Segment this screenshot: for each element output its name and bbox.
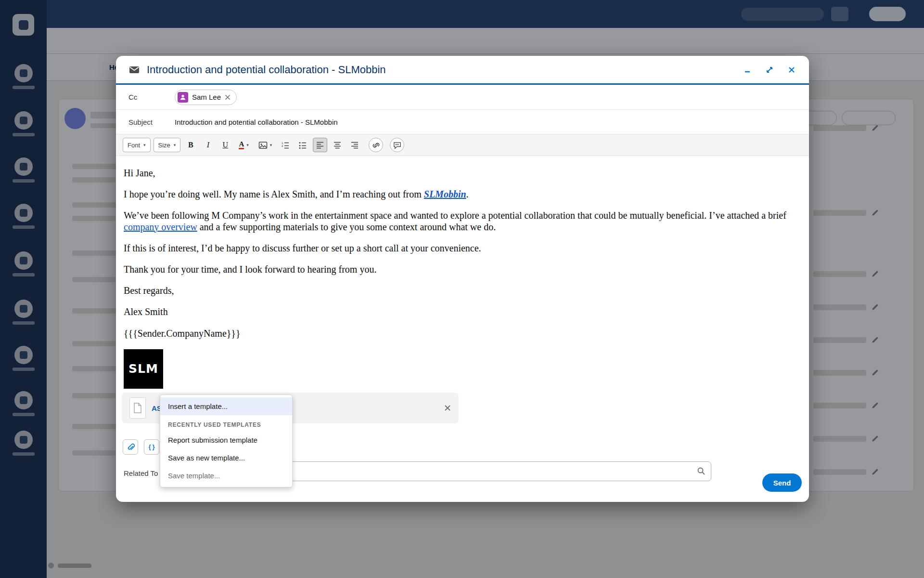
text-color-letter: A bbox=[239, 141, 244, 150]
email-body-editor[interactable]: Hi Jane, I hope you’re doing well. My na… bbox=[116, 156, 809, 389]
menu-item-insert-template[interactable]: Insert a template... bbox=[160, 397, 292, 415]
numbered-list-button[interactable]: 12 bbox=[278, 138, 293, 152]
email-paragraph: Best regards, bbox=[124, 285, 801, 296]
bullet-list-icon bbox=[298, 141, 307, 149]
align-center-icon bbox=[333, 141, 342, 149]
modal-header: Introduction and potential collaboration… bbox=[116, 56, 809, 85]
merge-field-token: {{{Sender.CompanyName}}} bbox=[124, 328, 241, 339]
merge-field-button[interactable]: { } bbox=[144, 439, 159, 455]
email-envelope-icon bbox=[128, 64, 140, 76]
underline-button[interactable]: U bbox=[218, 138, 232, 152]
insert-quote-button[interactable] bbox=[390, 138, 404, 152]
cc-row: Cc Sam Lee bbox=[116, 85, 809, 110]
slmobbin-link[interactable]: SLMobbin bbox=[424, 189, 466, 199]
company-logo-text: SLM bbox=[128, 362, 158, 376]
subject-value[interactable]: Introduction and potential collaboration… bbox=[175, 118, 338, 126]
menu-item-save-as-new-template[interactable]: Save as new template... bbox=[160, 449, 292, 467]
size-dropdown[interactable]: Size▾ bbox=[154, 138, 181, 152]
email-paragraph: Alex Smith bbox=[124, 306, 801, 317]
recipient-pill[interactable]: Sam Lee bbox=[175, 90, 237, 105]
chevron-down-icon: ▾ bbox=[174, 143, 176, 147]
attachment-thumbnail bbox=[129, 397, 146, 419]
align-right-icon bbox=[350, 141, 359, 149]
minimize-icon[interactable] bbox=[743, 65, 752, 75]
bullet-list-button[interactable] bbox=[295, 138, 310, 152]
quote-icon bbox=[393, 141, 401, 149]
size-dropdown-label: Size bbox=[158, 142, 170, 149]
align-left-icon bbox=[316, 141, 324, 149]
body-text: We’ve been following M Company’s work in… bbox=[124, 210, 786, 221]
email-paragraph: If this is of interest, I’d be happy to … bbox=[124, 243, 801, 254]
attachment-remove-icon[interactable] bbox=[444, 405, 451, 411]
font-dropdown-label: Font bbox=[128, 142, 140, 149]
body-text: Best regards, bbox=[124, 285, 174, 296]
bold-button[interactable]: B bbox=[183, 138, 198, 152]
align-left-button[interactable] bbox=[313, 138, 327, 152]
body-text: If this is of interest, I’d be happy to … bbox=[124, 243, 481, 253]
related-to-label: Related To bbox=[124, 469, 158, 477]
chevron-down-icon: ▾ bbox=[246, 143, 249, 147]
restore-size-icon[interactable] bbox=[765, 65, 774, 75]
search-icon bbox=[697, 467, 706, 475]
image-icon bbox=[258, 141, 268, 149]
chevron-down-icon: ▾ bbox=[270, 143, 272, 147]
font-dropdown[interactable]: Font▾ bbox=[123, 138, 151, 152]
paperclip-icon bbox=[126, 443, 135, 451]
email-paragraph: Thank you for your time, and I look forw… bbox=[124, 264, 801, 275]
subject-label: Subject bbox=[128, 118, 175, 126]
modal-title: Introduction and potential collaboration… bbox=[147, 64, 386, 76]
email-paragraph: Hi Jane, bbox=[124, 168, 801, 179]
italic-button[interactable]: I bbox=[201, 138, 215, 152]
send-button[interactable]: Send bbox=[762, 473, 802, 492]
body-text: and a few supporting materials to give y… bbox=[197, 222, 496, 232]
contact-icon bbox=[178, 92, 188, 103]
body-text: . bbox=[466, 189, 469, 199]
body-text: Hi Jane, bbox=[124, 168, 155, 178]
body-text: I hope you’re doing well. My name is Ale… bbox=[124, 189, 424, 199]
svg-text:2: 2 bbox=[282, 144, 283, 147]
align-right-button[interactable] bbox=[347, 138, 362, 152]
email-paragraph: I hope you’re doing well. My name is Ale… bbox=[124, 189, 801, 200]
numbered-list-icon: 12 bbox=[281, 141, 290, 149]
cc-label: Cc bbox=[128, 93, 175, 101]
document-icon bbox=[133, 403, 142, 413]
align-center-button[interactable] bbox=[330, 138, 345, 152]
window-controls bbox=[743, 65, 796, 75]
subject-row: Subject Introduction and potential colla… bbox=[116, 110, 809, 134]
body-text: Alex Smith bbox=[124, 306, 168, 317]
company-logo: SLM bbox=[124, 349, 163, 389]
insert-link-button[interactable] bbox=[369, 138, 383, 152]
email-compose-modal: Introduction and potential collaboration… bbox=[116, 56, 809, 502]
link-icon bbox=[372, 141, 380, 149]
recipient-name: Sam Lee bbox=[192, 93, 221, 101]
menu-item-report-submission-template[interactable]: Report submission template bbox=[160, 431, 292, 449]
body-text: Thank you for your time, and I look forw… bbox=[124, 264, 376, 275]
chevron-down-icon: ▾ bbox=[143, 143, 146, 147]
email-paragraph: {{{Sender.CompanyName}}} bbox=[124, 328, 801, 339]
attach-file-button[interactable] bbox=[123, 439, 138, 455]
email-paragraph: We’ve been following M Company’s work in… bbox=[124, 210, 801, 232]
company-overview-link[interactable]: company overview bbox=[124, 222, 197, 232]
remove-recipient-icon[interactable] bbox=[225, 94, 231, 100]
formatting-toolbar: Font▾ Size▾ B I U A▾ ▾ 12 bbox=[116, 134, 809, 156]
menu-item-save-template[interactable]: Save template... bbox=[160, 467, 292, 485]
template-menu: Insert a template... RECENTLY USED TEMPL… bbox=[160, 394, 293, 487]
menu-heading-recently-used: RECENTLY USED TEMPLATES bbox=[160, 415, 292, 431]
close-icon[interactable] bbox=[787, 65, 796, 75]
insert-image-button[interactable]: ▾ bbox=[255, 138, 276, 152]
text-color-button[interactable]: A▾ bbox=[235, 138, 252, 152]
